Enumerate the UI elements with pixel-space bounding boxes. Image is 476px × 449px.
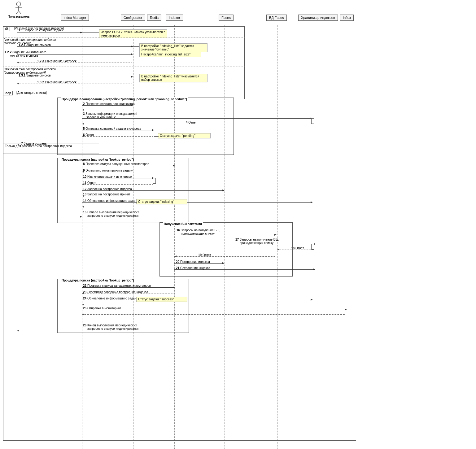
arrowhead-15 bbox=[80, 216, 82, 218]
arrow-17 bbox=[277, 244, 314, 244]
diagram-container: Пользователь Index Manager Configurator … bbox=[0, 0, 476, 449]
activation-storage-2 bbox=[311, 244, 314, 250]
arrow-7 bbox=[82, 148, 459, 148]
label-22: 22 Проверка статуса запущенных экземпляр… bbox=[83, 284, 151, 287]
arrow-25-ret bbox=[82, 314, 345, 315]
arrowhead-1-1 bbox=[80, 32, 82, 33]
arrowhead-2-ret bbox=[82, 109, 84, 111]
note-status-indexing: Статус задачи: "indexing" bbox=[136, 199, 187, 204]
label-12: 12 Запрос на построение индекса bbox=[83, 187, 132, 191]
arrow-1-1 bbox=[17, 33, 82, 33]
label-14: 14 Обновление информации о задаче bbox=[83, 199, 138, 203]
alt-divider2 bbox=[3, 67, 245, 67]
actor-redis: Redis bbox=[147, 15, 161, 21]
label-1-3-2: 1.3.2 Считывание настроек bbox=[37, 81, 76, 84]
label-8: 8 Проверка статуса запущенных экземпляро… bbox=[83, 162, 149, 166]
arrowhead-1-2-3 bbox=[17, 62, 19, 63]
actor-configurator: Configurator bbox=[121, 15, 145, 21]
arrow-to-note4 bbox=[133, 77, 139, 77]
label-23: 23 Экземпляр завершил построение индекса bbox=[83, 290, 148, 294]
arrowhead-16 bbox=[274, 234, 277, 236]
arrow-22 bbox=[82, 287, 173, 288]
proc-planning-title: Процедура планирования (настройки "plann… bbox=[61, 98, 188, 101]
note-indexing-lists-dynamic: В настройке "indexing_lists" задается зн… bbox=[139, 43, 207, 52]
note-status-pending: Статус задачи: "pending" bbox=[158, 133, 211, 138]
label-1-1: 1.1 Запрос на создание задачи bbox=[19, 28, 63, 32]
actor-user: Пользователь bbox=[6, 2, 31, 18]
label-11: 11 Ответ bbox=[83, 181, 96, 185]
label-10: 10 Извлечение задачи из очереди bbox=[83, 175, 132, 178]
alt-label: alt bbox=[3, 26, 10, 31]
label-18: 18 Ответ bbox=[291, 246, 304, 250]
arrow-16 bbox=[174, 235, 275, 235]
label-1-2-1: 1.2.1 Задание списков bbox=[19, 43, 51, 47]
arrowhead-1-3-2 bbox=[17, 83, 19, 85]
label-1-2-3: 1.2.3 Считывание настроек bbox=[37, 59, 76, 63]
svg-point-0 bbox=[16, 2, 21, 6]
label-1-2-2: 1.2.2 Задание минимального кол-ва лиц в … bbox=[5, 50, 46, 57]
label-3: 3 Запись информации о создаваемой задаче… bbox=[83, 112, 138, 119]
arrowhead-24-ret bbox=[82, 304, 84, 306]
person-icon bbox=[14, 2, 23, 14]
proc-bsh-title: Получение БШ пакетами bbox=[163, 222, 203, 226]
proc-lookup-2-title: Процедура поиска (настройка "lookup_peri… bbox=[61, 279, 135, 282]
arrowhead-7 bbox=[17, 144, 19, 146]
arrow-24-ret bbox=[82, 305, 311, 305]
arrow-15 bbox=[17, 217, 82, 217]
label-25: 25 Отправка в мониторинг bbox=[83, 307, 121, 310]
arrowhead-20 bbox=[222, 262, 225, 264]
actor-faces: Faces bbox=[219, 15, 234, 21]
label-4: 4 Ответ bbox=[186, 121, 197, 124]
activation-redis-1 bbox=[153, 178, 156, 184]
label-16: 16 Запросы на получение БШ, принадлежащи… bbox=[177, 229, 220, 235]
arrowhead-8 bbox=[173, 165, 175, 167]
label-17: 17 Запросы на получение БШ, принадлежащи… bbox=[235, 238, 279, 245]
arrowhead-5 bbox=[152, 129, 154, 131]
actor-indexer: Indexer bbox=[166, 15, 183, 21]
arrowhead-14 bbox=[311, 201, 313, 203]
arrowhead-1-2-2 bbox=[131, 53, 133, 55]
arrowhead-24 bbox=[311, 299, 313, 301]
label-21: 21 Сохранение индекса bbox=[176, 266, 210, 270]
actor-index-manager: Index Manager bbox=[61, 15, 89, 21]
arrow-to-note6 bbox=[133, 202, 137, 203]
alt-section3-label: [Фоновый тип построения индекса(динамиче… bbox=[4, 68, 56, 74]
note-status-success: Статус задачи: "success" bbox=[136, 297, 187, 302]
arrowhead-21 bbox=[313, 268, 315, 270]
loop-condition: [Для каждого списка] bbox=[15, 91, 48, 95]
bottom-line bbox=[3, 446, 359, 446]
actor-bd-faces: БД Faces bbox=[266, 15, 287, 21]
svg-line-4 bbox=[19, 11, 21, 14]
arrow-3 bbox=[82, 118, 311, 119]
actor-influx: Influx bbox=[340, 15, 354, 21]
arrow-26 bbox=[17, 331, 82, 331]
activation-storage-1 bbox=[311, 118, 314, 124]
alt-divider bbox=[3, 37, 245, 37]
note-min-indexing: Настройка "min_indexing_list_size" bbox=[139, 52, 201, 57]
label-20: 20 Построение индекса bbox=[176, 260, 210, 264]
label-13: 13 Запрос на построение принят bbox=[83, 193, 130, 196]
arrowhead-19 bbox=[174, 255, 177, 257]
label-19: 19 Ответ bbox=[198, 253, 211, 257]
arrow-8 bbox=[82, 166, 173, 166]
arrow-to-note1 bbox=[82, 33, 99, 33]
arrow-19 bbox=[174, 256, 275, 257]
arrow-14-ret bbox=[82, 207, 311, 207]
loop-label: loop bbox=[3, 91, 13, 95]
arrow-to-note7 bbox=[133, 300, 137, 300]
label-26: 26 Конец выполнения периодических запрос… bbox=[83, 324, 139, 330]
arrowhead-1-2-1 bbox=[131, 46, 133, 47]
arrowhead-14-ret bbox=[82, 206, 84, 208]
arrowhead-25 bbox=[345, 309, 347, 311]
actor-storage: Хранилище индексов bbox=[298, 15, 338, 21]
label-6: 6 Ответ bbox=[83, 133, 94, 137]
arrowhead-22 bbox=[173, 286, 175, 288]
note-post-request: Запрос POST /1/tasks. Список указывается… bbox=[99, 29, 167, 38]
arrowhead-25-ret bbox=[82, 313, 84, 315]
arrowhead-4 bbox=[82, 123, 84, 125]
proc-lookup-1-title: Процедура поиска (настройка "lookup_peri… bbox=[61, 158, 135, 161]
arrowhead-12 bbox=[222, 190, 225, 191]
label-2: 2 Проверка списков для индексации bbox=[83, 102, 135, 106]
arrow-25 bbox=[82, 310, 345, 310]
label-5: 5 Отправка созданной задачи в очередь bbox=[83, 127, 141, 130]
